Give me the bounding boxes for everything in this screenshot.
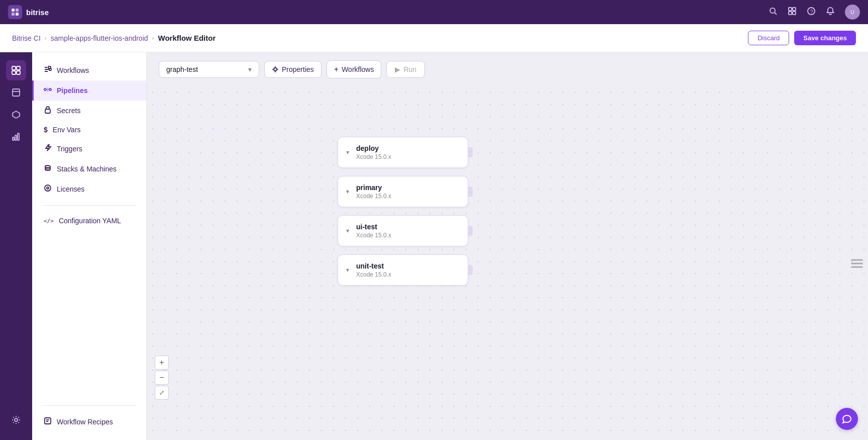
node-deploy[interactable]: ▾ deploy Xcode 15.0.x [338, 137, 468, 168]
breadcrumb-bar: Bitrise CI › sample-apps-flutter-ios-and… [0, 24, 868, 52]
bell-icon[interactable] [826, 7, 835, 18]
svg-rect-18 [13, 137, 14, 140]
sidebar-item-config-yaml[interactable]: </> Configuration YAML [32, 212, 146, 230]
sidebar-item-env-vars[interactable]: $ Env Vars [32, 121, 146, 139]
svg-rect-6 [789, 8, 792, 11]
node-unit-test[interactable]: ▾ unit-test Xcode 15.0.x [338, 254, 468, 286]
licenses-label: Licenses [57, 185, 84, 193]
zoom-controls: + − ⤢ [155, 356, 169, 400]
properties-button[interactable]: Properties [264, 61, 321, 78]
zoom-in-button[interactable]: + [155, 356, 169, 370]
add-workflows-plus-icon: + [334, 65, 339, 74]
config-yaml-menu-icon: </> [44, 218, 54, 224]
top-navigation: bitrise ? U [0, 0, 868, 24]
user-avatar[interactable]: U [845, 5, 860, 20]
svg-rect-16 [13, 89, 20, 96]
triggers-label: Triggers [57, 145, 82, 153]
triggers-menu-icon [44, 144, 52, 154]
node-primary[interactable]: ▾ primary Xcode 15.0.x [338, 176, 468, 207]
node-unit-test-name: unit-test [356, 262, 460, 270]
svg-point-29 [47, 187, 49, 189]
dashboard-icon[interactable] [788, 7, 797, 18]
node-deploy-handle [468, 147, 473, 157]
workflow-nodes-container: ▾ deploy Xcode 15.0.x ▾ primary Xcode 15… [338, 137, 468, 286]
sidebar-item-pipelines[interactable]: Pipelines [32, 80, 146, 101]
properties-label: Properties [282, 65, 314, 73]
workflow-selector-chevron: ▾ [248, 65, 252, 73]
node-primary-chevron: ▾ [346, 188, 349, 195]
run-button[interactable]: ▶ Run [386, 61, 425, 78]
breadcrumb-sep-1: › [45, 35, 47, 42]
app-name-label: bitrise [26, 8, 49, 17]
breadcrumb-bitrise-ci[interactable]: Bitrise CI [12, 34, 41, 42]
run-label: Run [403, 65, 416, 73]
logo-icon [8, 5, 22, 19]
workflow-selector[interactable]: graph-test ▾ [159, 61, 259, 78]
svg-rect-23 [49, 68, 51, 70]
node-ui-test-handle [468, 226, 473, 236]
app-logo[interactable]: bitrise [8, 5, 49, 19]
sidebar-bottom-divider [42, 405, 136, 406]
node-unit-test-info: unit-test Xcode 15.0.x [356, 262, 460, 278]
sidebar-icon-builds[interactable] [6, 82, 26, 103]
sidebar-item-stacks[interactable]: Stacks & Machines [32, 159, 146, 179]
help-icon[interactable]: ? [807, 7, 816, 18]
svg-rect-3 [16, 13, 19, 16]
sidebar-icon-settings[interactable] [6, 410, 26, 430]
svg-rect-14 [12, 71, 16, 74]
env-vars-menu-icon: $ [44, 126, 48, 134]
sidebar-icon-stats[interactable] [6, 127, 26, 147]
chat-button[interactable] [836, 408, 858, 430]
breadcrumb-current: Workflow Editor [158, 34, 216, 42]
svg-text:?: ? [810, 9, 813, 15]
svg-rect-13 [17, 66, 20, 70]
node-deploy-name: deploy [356, 144, 460, 152]
node-ui-test-info: ui-test Xcode 15.0.x [356, 223, 460, 239]
canvas-scrollbar[interactable] [850, 258, 864, 268]
discard-button[interactable]: Discard [748, 31, 789, 45]
node-deploy-info: deploy Xcode 15.0.x [356, 144, 460, 160]
add-workflows-button[interactable]: + Workflows [327, 60, 382, 78]
save-button[interactable]: Save changes [794, 31, 856, 45]
svg-line-5 [775, 13, 777, 15]
sidebar-item-secrets[interactable]: Secrets [32, 101, 146, 121]
node-ui-test-name: ui-test [356, 223, 460, 231]
breadcrumb: Bitrise CI › sample-apps-flutter-ios-and… [12, 34, 215, 42]
svg-rect-8 [789, 12, 792, 15]
search-icon[interactable] [769, 7, 778, 18]
svg-rect-1 [16, 9, 19, 12]
config-yaml-label: Configuration YAML [59, 217, 121, 225]
add-workflows-label: Workflows [342, 65, 374, 73]
env-vars-label: Env Vars [53, 126, 81, 134]
sidebar-divider [42, 205, 136, 206]
sidebar-item-workflow-recipes[interactable]: Workflow Recipes [32, 412, 146, 432]
zoom-out-button[interactable]: − [155, 371, 169, 385]
sidebar-item-licenses[interactable]: Licenses [32, 179, 146, 199]
secrets-menu-icon [44, 106, 52, 116]
secrets-label: Secrets [57, 107, 80, 115]
node-ui-test-chevron: ▾ [346, 227, 349, 234]
node-primary-info: primary Xcode 15.0.x [356, 184, 460, 200]
stacks-menu-icon [44, 164, 52, 174]
node-ui-test[interactable]: ▾ ui-test Xcode 15.0.x [338, 215, 468, 246]
pipeline-canvas[interactable]: ▾ deploy Xcode 15.0.x ▾ primary Xcode 15… [147, 86, 868, 440]
sidebar-icon-workflows[interactable] [6, 60, 26, 80]
zoom-fit-button[interactable]: ⤢ [155, 386, 169, 400]
node-primary-handle [468, 187, 473, 197]
zoom-out-icon: − [159, 373, 164, 382]
svg-rect-9 [793, 12, 796, 15]
sidebar-icon-steps[interactable] [6, 105, 26, 125]
node-deploy-chevron: ▾ [346, 149, 349, 156]
pipelines-label: Pipelines [57, 86, 87, 95]
node-unit-test-chevron: ▾ [346, 267, 349, 274]
workflow-selector-value: graph-test [166, 65, 198, 73]
zoom-in-icon: + [159, 358, 164, 367]
recipes-menu-icon [44, 417, 52, 427]
workflows-label: Workflows [57, 66, 89, 74]
svg-point-21 [15, 418, 18, 421]
sidebar-item-triggers[interactable]: Triggers [32, 139, 146, 159]
sidebar-item-workflows[interactable]: Workflows [32, 60, 146, 80]
breadcrumb-project[interactable]: sample-apps-flutter-ios-android [51, 34, 148, 42]
nav-left: bitrise [8, 5, 49, 19]
pipelines-menu-icon [44, 85, 52, 96]
